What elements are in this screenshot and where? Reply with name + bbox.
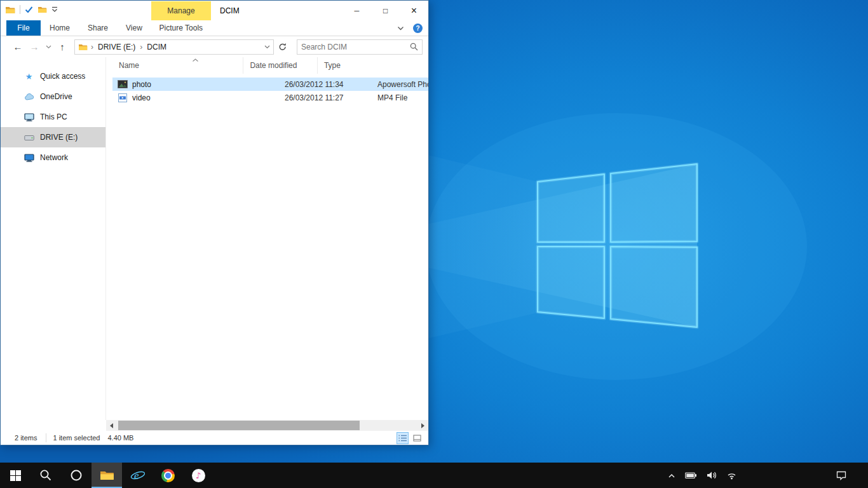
sidebar-item-network[interactable]: Network (1, 147, 105, 168)
sort-ascending-icon (192, 58, 199, 62)
network-icon (24, 153, 34, 162)
itunes-button[interactable]: ♪ (183, 463, 214, 488)
thumbnails-view-button[interactable] (411, 432, 423, 444)
horizontal-scrollbar[interactable] (106, 420, 428, 431)
taskbar-file-explorer-button[interactable] (92, 463, 122, 488)
music-note-icon: ♪ (192, 469, 205, 482)
drive-icon (24, 133, 34, 141)
qat-separator (20, 5, 20, 14)
taskbar: e ♪ (0, 463, 868, 488)
selection-count: 1 item selected (53, 434, 100, 442)
start-button[interactable] (0, 463, 31, 488)
cortana-button[interactable] (61, 463, 92, 488)
file-row-photo[interactable]: photo 26/03/2012 11:34 Apowersoft Pho (112, 78, 428, 91)
status-divider (46, 433, 46, 442)
forward-button[interactable]: → (26, 39, 43, 55)
file-row-video[interactable]: video 26/03/2012 11:27 MP4 File (112, 91, 428, 104)
magnifier-icon (39, 469, 52, 482)
file-name: photo (132, 80, 151, 89)
tab-view[interactable]: View (117, 20, 151, 36)
column-header-date-modified[interactable]: Date modified (243, 57, 318, 74)
monitor-icon (24, 112, 34, 121)
items-count: 2 items (15, 434, 37, 442)
wifi-icon[interactable] (726, 471, 737, 480)
address-dropdown-chevron-icon[interactable] (264, 45, 270, 49)
close-button[interactable]: × (400, 1, 428, 20)
column-header-type[interactable]: Type (318, 57, 428, 74)
video-file-icon (118, 93, 128, 102)
file-date-modified: 26/03/2012 11:34 (278, 80, 371, 89)
contextual-tab-manage[interactable]: Manage (151, 1, 211, 20)
sidebar-item-label: DRIVE (E:) (40, 133, 78, 142)
desktop: Manage DCIM ─ □ × File Home Share View P… (0, 0, 868, 488)
file-list-area: Name Date modified Type photo 26/03/2012… (106, 57, 428, 420)
help-icon[interactable]: ? (413, 24, 423, 33)
breadcrumb-drive[interactable]: DRIVE (E:) (97, 43, 137, 51)
file-name: video (132, 93, 151, 102)
photo-file-icon (118, 80, 128, 88)
circle-icon (70, 469, 83, 482)
title-bar: Manage DCIM ─ □ × (1, 1, 428, 20)
ribbon-tab-row: File Home Share View Picture Tools ? (1, 20, 428, 36)
minimize-button[interactable]: ─ (342, 1, 371, 20)
file-type: Apowersoft Pho (371, 80, 428, 89)
up-button[interactable]: ↑ (54, 39, 71, 55)
tab-file[interactable]: File (6, 20, 41, 36)
action-center-icon[interactable] (836, 470, 847, 480)
chevron-up-icon[interactable] (668, 473, 675, 478)
recent-locations-chevron-icon[interactable] (43, 45, 54, 49)
back-button[interactable]: ← (10, 39, 26, 55)
folder-icon (78, 43, 88, 51)
file-explorer-window: Manage DCIM ─ □ × File Home Share View P… (0, 0, 429, 445)
folder-icon[interactable] (5, 6, 15, 14)
sidebar-item-drive-e[interactable]: DRIVE (E:) (1, 127, 105, 147)
new-folder-icon[interactable] (37, 6, 47, 13)
search-input[interactable] (301, 43, 410, 51)
tab-home[interactable]: Home (41, 20, 79, 36)
chrome-icon (161, 469, 175, 482)
breadcrumb-separator: › (140, 43, 142, 51)
address-bar[interactable]: › DRIVE (E:) › DCIM (74, 39, 274, 55)
chrome-button[interactable] (153, 463, 183, 488)
taskbar-search-button[interactable] (31, 463, 61, 488)
scroll-right-arrow[interactable] (417, 420, 428, 431)
main-area: ★ Quick access OneDrive This PC (1, 57, 428, 420)
maximize-button[interactable]: □ (371, 1, 400, 20)
internet-explorer-button[interactable]: e (122, 463, 153, 488)
cloud-icon (24, 93, 34, 100)
column-headers: Name Date modified Type (106, 57, 428, 74)
navigation-pane: ★ Quick access OneDrive This PC (1, 57, 106, 420)
breadcrumb-separator: › (91, 43, 93, 51)
search-box[interactable] (297, 39, 423, 55)
tab-picture-tools[interactable]: Picture Tools (151, 20, 211, 36)
scrollbar-thumb[interactable] (118, 421, 360, 430)
address-row: ← → ↑ › DRIVE (E:) › DCIM (1, 36, 428, 57)
star-icon: ★ (24, 72, 34, 81)
sidebar-item-label: Network (40, 153, 68, 162)
customize-qat-chevron-icon[interactable] (51, 6, 58, 13)
checkmark-icon[interactable] (25, 6, 33, 13)
system-tray (668, 463, 868, 488)
sidebar-item-quick-access[interactable]: ★ Quick access (1, 66, 105, 86)
selection-size: 4.40 MB (107, 434, 133, 442)
ie-icon: e (130, 468, 145, 483)
sidebar-item-label: Quick access (40, 72, 85, 81)
thumbnails-view-icon (413, 435, 421, 442)
sidebar-item-this-pc[interactable]: This PC (1, 107, 105, 127)
window-title: DCIM (220, 1, 240, 20)
breadcrumb-dcim[interactable]: DCIM (146, 43, 168, 51)
tab-share[interactable]: Share (79, 20, 117, 36)
details-view-icon (398, 435, 407, 442)
file-type: MP4 File (371, 93, 428, 102)
expand-ribbon-chevron-icon[interactable] (397, 26, 404, 30)
status-bar: 2 items 1 item selected 4.40 MB (1, 431, 428, 445)
scroll-left-arrow[interactable] (106, 420, 117, 431)
sidebar-item-onedrive[interactable]: OneDrive (1, 86, 105, 107)
caption-buttons: ─ □ × (342, 1, 428, 20)
search-icon[interactable] (410, 43, 418, 51)
refresh-button[interactable] (275, 39, 289, 55)
speaker-icon[interactable] (707, 471, 717, 480)
battery-icon[interactable] (685, 472, 697, 479)
details-view-button[interactable] (397, 432, 409, 444)
column-header-name[interactable]: Name (112, 57, 243, 74)
